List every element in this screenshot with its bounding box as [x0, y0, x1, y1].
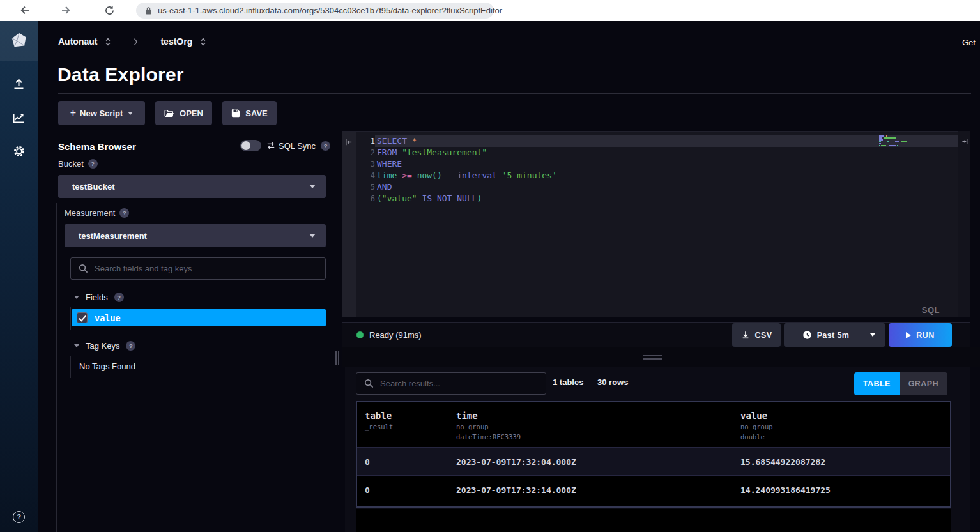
save-script-button[interactable]: SAVE: [222, 101, 277, 125]
get-credit-link[interactable]: Get: [962, 38, 976, 47]
table-cell: 0: [365, 457, 456, 467]
tab-table[interactable]: TABLE: [854, 372, 900, 395]
schema-browser-title: Schema Browser: [58, 141, 136, 152]
measurement-dropdown[interactable]: testMeasurement: [65, 224, 326, 247]
code-line[interactable]: AND: [375, 181, 958, 193]
column-header: timeno groupdateTime:RFC3339: [456, 411, 740, 447]
table-cell: 0: [365, 485, 456, 495]
collapse-caret-icon[interactable]: [74, 344, 79, 347]
schema-search[interactable]: [70, 257, 326, 280]
bucket-dropdown[interactable]: testBucket: [58, 175, 326, 198]
tree-guide: [70, 356, 71, 378]
horizontal-splitter-handle[interactable]: [643, 355, 662, 361]
title-divider: [58, 93, 971, 94]
collapse-caret-icon[interactable]: [74, 296, 79, 299]
browser-reload-icon[interactable]: [102, 3, 116, 17]
chevron-down-icon: [309, 185, 316, 188]
settings-gear-icon[interactable]: [0, 137, 38, 165]
no-tags-text: No Tags Found: [79, 361, 135, 371]
measurement-help-icon[interactable]: ?: [119, 208, 129, 218]
results-search[interactable]: [356, 372, 546, 395]
tag-keys-section-header[interactable]: Tag Keys ?: [74, 341, 135, 351]
sql-sync-label: SQL Sync: [266, 141, 316, 151]
csv-download-button[interactable]: CSV: [732, 323, 781, 347]
table-cell: 14.240993186419725: [740, 485, 950, 495]
browser-back-icon[interactable]: [18, 3, 32, 17]
sync-arrows-icon: [266, 141, 275, 150]
table-cell: 2023-07-09T17:32:14.000Z: [456, 485, 740, 495]
results-table-body: 02023-07-09T17:32:04.000Z15.685449220872…: [357, 447, 950, 503]
sql-editor[interactable]: 123456 SELECT *FROM "testMeasurement"WHE…: [342, 131, 958, 317]
tables-count: 1 tables: [553, 377, 583, 387]
plus-icon: +: [70, 107, 76, 119]
table-row[interactable]: 02023-07-09T17:32:14.000Z14.240993186419…: [357, 475, 950, 503]
code-lines[interactable]: SELECT *FROM "testMeasurement"WHEREtime …: [375, 135, 958, 204]
search-icon: [79, 264, 88, 273]
nav-sidebar: ?: [0, 21, 38, 532]
bucket-help-icon[interactable]: ?: [88, 159, 98, 169]
load-data-icon[interactable]: [0, 70, 38, 98]
editor-right-rail: [958, 131, 970, 317]
sql-sync-toggle[interactable]: [240, 140, 261, 151]
fields-section-header[interactable]: Fields ?: [74, 293, 124, 302]
field-checkbox[interactable]: [77, 312, 88, 323]
play-icon: [906, 332, 911, 338]
data-explorer-icon[interactable]: [0, 103, 38, 132]
clock-icon: [802, 330, 812, 340]
code-line[interactable]: ("value" IS NOT NULL): [375, 193, 958, 204]
line-number: 2: [356, 147, 375, 158]
status-text: Ready (91ms): [369, 330, 422, 340]
lock-icon: [145, 6, 152, 15]
line-numbers: 123456: [356, 135, 375, 204]
code-line[interactable]: SELECT *: [375, 135, 958, 147]
fields-list: value: [72, 309, 326, 326]
org-switcher-icon[interactable]: [105, 37, 111, 47]
time-range-dropdown[interactable]: Past 5m: [784, 323, 885, 347]
column-header: valueno groupdouble: [740, 411, 950, 447]
table-cell: 2023-07-09T17:32:04.000Z: [456, 457, 740, 467]
collapse-left-icon[interactable]: [344, 137, 353, 147]
url-text: us-east-1-1.aws.cloud2.influxdata.com/or…: [158, 6, 502, 15]
new-script-button[interactable]: + New Script: [58, 101, 145, 125]
breadcrumb: Autonaut testOrg: [58, 36, 206, 47]
org-name[interactable]: Autonaut: [58, 36, 97, 47]
line-number: 4: [356, 170, 375, 181]
chevron-down-icon: [870, 333, 875, 337]
folder-icon: [164, 109, 174, 118]
results-table: table_resulttimeno groupdateTime:RFC3339…: [356, 401, 951, 508]
search-icon: [364, 379, 374, 388]
results-search-input[interactable]: [380, 379, 538, 388]
schema-search-input[interactable]: [95, 264, 318, 273]
editor-gutter: [342, 132, 356, 317]
workspace-switcher-icon[interactable]: [200, 37, 206, 47]
line-number: 5: [356, 181, 375, 193]
tree-guide: [56, 203, 57, 532]
fields-help-icon[interactable]: ?: [114, 293, 124, 302]
page-title: Data Explorer: [57, 64, 184, 86]
url-bar[interactable]: us-east-1-1.aws.cloud2.influxdata.com/or…: [136, 3, 494, 19]
bucket-label: Bucket ?: [58, 159, 98, 169]
sql-sync-help-icon[interactable]: ?: [321, 141, 330, 151]
field-label: value: [95, 313, 121, 323]
workspace-name[interactable]: testOrg: [160, 36, 192, 47]
code-line[interactable]: FROM "testMeasurement": [375, 147, 958, 158]
measurement-label: Measurement ?: [65, 208, 129, 218]
code-line[interactable]: time >= now() - interval '5 minutes': [375, 170, 958, 181]
open-script-button[interactable]: OPEN: [155, 101, 212, 125]
language-badge: SQL: [922, 305, 940, 315]
code-line[interactable]: WHERE: [375, 158, 958, 170]
help-icon[interactable]: ?: [0, 503, 38, 531]
browser-chrome: us-east-1-1.aws.cloud2.influxdata.com/or…: [0, 0, 980, 21]
download-icon: [741, 330, 750, 340]
run-query-button[interactable]: RUN: [889, 323, 952, 347]
line-number: 3: [356, 158, 375, 170]
tab-graph[interactable]: GRAPH: [900, 372, 947, 395]
table-row[interactable]: 02023-07-09T17:32:04.000Z15.685449220872…: [357, 447, 950, 475]
collapse-right-icon[interactable]: [961, 137, 969, 146]
browser-forward-icon[interactable]: [59, 3, 73, 17]
editor-minimap[interactable]: [879, 135, 907, 146]
tag-keys-help-icon[interactable]: ?: [126, 341, 135, 351]
influxdb-logo[interactable]: [0, 21, 38, 61]
vertical-splitter-handle[interactable]: [335, 351, 341, 365]
field-item[interactable]: value: [72, 309, 326, 326]
